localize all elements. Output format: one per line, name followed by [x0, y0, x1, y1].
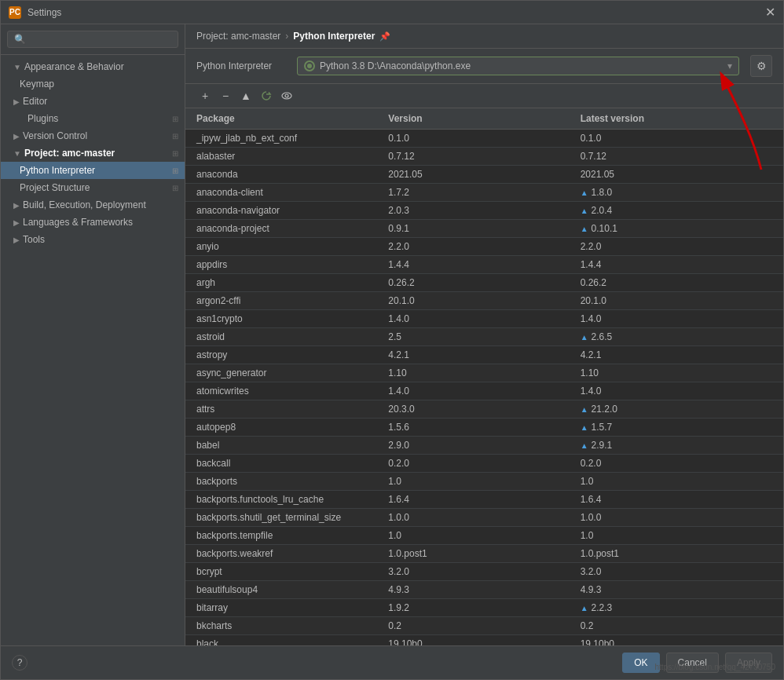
table-row[interactable]: attrs20.3.0▲ 21.2.0 — [185, 400, 783, 419]
package-latest: ▲ 2.6.5 — [581, 331, 772, 343]
close-button[interactable]: ✕ — [765, 6, 775, 19]
package-version: 0.9.1 — [388, 222, 580, 235]
package-version: 3.2.0 — [388, 565, 580, 578]
table-row[interactable]: bitarray1.9.2▲ 2.2.3 — [185, 599, 783, 617]
package-name: bcrypt — [196, 565, 388, 578]
package-name: async_generator — [196, 367, 388, 379]
package-latest: 1.0.0 — [581, 511, 772, 524]
table-row[interactable]: anaconda-project0.9.1▲ 0.10.1 — [185, 220, 783, 238]
package-latest: ▲ 1.5.7 — [581, 421, 772, 433]
nav-tree: ▼ Appearance & Behavior Keymap ▶ Editor … — [1, 55, 185, 645]
content-area: ▼ Appearance & Behavior Keymap ▶ Editor … — [1, 24, 783, 645]
package-latest: 19.10b0 — [581, 638, 772, 645]
package-name: bitarray — [196, 601, 388, 614]
package-name: backports.functools_lru_cache — [196, 493, 388, 506]
package-version: 1.7.2 — [388, 186, 580, 199]
sidebar-item-keymap[interactable]: Keymap — [1, 75, 185, 93]
package-name: astroid — [196, 331, 388, 343]
table-row[interactable]: backports.functools_lru_cache1.6.41.6.4 — [185, 491, 783, 509]
gear-button[interactable]: ⚙ — [750, 55, 772, 77]
package-name: black — [196, 638, 388, 645]
remove-package-button[interactable]: − — [217, 87, 234, 104]
table-row[interactable]: backports.tempfile1.01.0 — [185, 527, 783, 545]
sidebar-item-label: Appearance & Behavior — [24, 61, 124, 72]
sidebar-item-build[interactable]: ▶ Build, Execution, Deployment — [1, 196, 185, 214]
sidebar-item-languages[interactable]: ▶ Languages & Frameworks — [1, 214, 185, 231]
table-row[interactable]: async_generator1.101.10 — [185, 364, 783, 382]
table-row[interactable]: anaconda-navigator2.0.3▲ 2.0.4 — [185, 202, 783, 220]
package-version: 1.6.4 — [388, 493, 580, 506]
arrow-icon: ▼ — [13, 63, 21, 71]
table-row[interactable]: autopep81.5.6▲ 1.5.7 — [185, 419, 783, 437]
interpreter-row: Python Interpreter Python 3.8 D:\Anacond… — [185, 49, 783, 84]
table-row[interactable]: argh0.26.20.26.2 — [185, 274, 783, 292]
package-version: 1.0.0 — [388, 511, 580, 524]
eye-button[interactable] — [278, 87, 295, 104]
package-name: bkcharts — [196, 620, 388, 632]
package-latest: 1.0 — [581, 529, 772, 542]
table-row[interactable]: _ipyw_jlab_nb_ext_conf0.1.00.1.0 — [185, 130, 783, 148]
package-version: 2.9.0 — [388, 439, 580, 452]
add-package-button[interactable]: + — [196, 87, 214, 104]
package-version: 1.9.2 — [388, 601, 580, 614]
search-input[interactable] — [7, 31, 178, 48]
arrow-icon: ▶ — [13, 201, 20, 210]
project-icon: ⊞ — [172, 149, 178, 158]
package-latest: 1.4.0 — [581, 313, 772, 325]
package-version: 0.26.2 — [388, 276, 580, 289]
table-row[interactable]: astropy4.2.14.2.1 — [185, 346, 783, 364]
package-version: 2.2.0 — [388, 240, 580, 253]
package-name: babel — [196, 439, 388, 452]
package-name: appdirs — [196, 258, 388, 271]
table-row[interactable]: black19.10b019.10b0 — [185, 635, 783, 645]
interpreter-label: Python Interpreter — [196, 60, 291, 71]
table-row[interactable]: bkcharts0.20.2 — [185, 617, 783, 635]
help-button[interactable]: ? — [12, 655, 27, 671]
refresh-icon — [261, 90, 272, 101]
table-row[interactable]: backcall0.2.00.2.0 — [185, 455, 783, 473]
table-row[interactable]: appdirs1.4.41.4.4 — [185, 256, 783, 274]
package-latest: ▲ 2.2.3 — [581, 601, 772, 614]
table-row[interactable]: atomicwrites1.4.01.4.0 — [185, 382, 783, 400]
table-row[interactable]: beautifulsoup44.9.34.9.3 — [185, 581, 783, 599]
package-name: autopep8 — [196, 421, 388, 433]
sidebar-item-project-structure[interactable]: Project Structure ⊞ — [1, 179, 185, 196]
sidebar: ▼ Appearance & Behavior Keymap ▶ Editor … — [1, 24, 185, 645]
package-latest: 4.9.3 — [581, 583, 772, 596]
up-button[interactable]: ▲ — [237, 87, 255, 104]
sidebar-item-project[interactable]: ▼ Project: amc-master ⊞ — [1, 144, 185, 162]
sidebar-item-tools[interactable]: ▶ Tools — [1, 231, 185, 248]
table-row[interactable]: anaconda2021.052021.05 — [185, 166, 783, 184]
table-row[interactable]: argon2-cffi20.1.020.1.0 — [185, 292, 783, 310]
breadcrumb-separator: › — [285, 31, 288, 42]
package-version: 0.2 — [388, 620, 580, 632]
sidebar-item-editor[interactable]: ▶ Editor — [1, 93, 185, 110]
sidebar-item-label: Tools — [23, 234, 45, 245]
package-version: 0.2.0 — [388, 457, 580, 470]
package-latest: 0.7.12 — [581, 150, 772, 163]
table-row[interactable]: bcrypt3.2.03.2.0 — [185, 563, 783, 581]
table-row[interactable]: babel2.9.0▲ 2.9.1 — [185, 437, 783, 455]
sidebar-item-appearance[interactable]: ▼ Appearance & Behavior — [1, 58, 185, 75]
table-row[interactable]: astroid2.5▲ 2.6.5 — [185, 328, 783, 346]
ok-button[interactable]: OK — [622, 653, 659, 673]
pin-icon: 📌 — [379, 31, 390, 42]
table-row[interactable]: backports.weakref1.0.post11.0.post1 — [185, 545, 783, 563]
upgrade-arrow-icon: ▲ — [581, 333, 588, 342]
table-row[interactable]: anyio2.2.02.2.0 — [185, 238, 783, 256]
interpreter-select[interactable]: Python 3.8 D:\Anaconda\python.exe ▾ — [297, 57, 739, 75]
sidebar-item-plugins[interactable]: Plugins ⊞ — [1, 110, 185, 127]
sidebar-item-label: Project Structure — [20, 182, 90, 193]
table-header: Package Version Latest version — [185, 108, 783, 130]
sidebar-item-python-interpreter[interactable]: Python Interpreter ⊞ — [1, 162, 185, 179]
package-latest: 1.4.0 — [581, 385, 772, 397]
table-row[interactable]: backports.shutil_get_terminal_size1.0.01… — [185, 509, 783, 527]
sidebar-item-version-control[interactable]: ▶ Version Control ⊞ — [1, 127, 185, 144]
table-row[interactable]: alabaster0.7.120.7.12 — [185, 148, 783, 166]
package-latest: ▲ 1.8.0 — [581, 186, 772, 199]
col-package: Package — [196, 112, 388, 126]
table-row[interactable]: backports1.01.0 — [185, 473, 783, 491]
table-row[interactable]: asn1crypto1.4.01.4.0 — [185, 310, 783, 328]
table-row[interactable]: anaconda-client1.7.2▲ 1.8.0 — [185, 184, 783, 202]
refresh-button[interactable] — [258, 87, 275, 104]
